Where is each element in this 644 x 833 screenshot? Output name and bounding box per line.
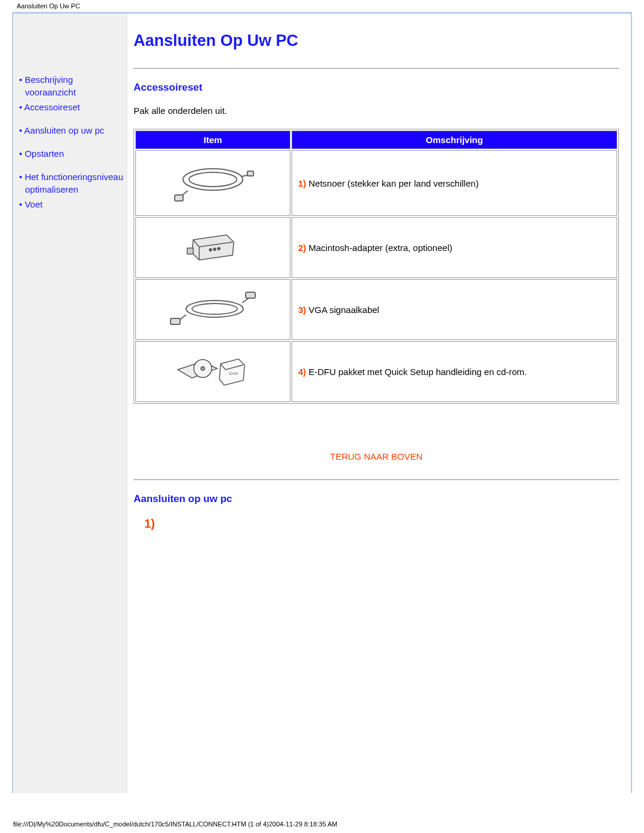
item-desc-cell: 1) Netsnoer (stekker kan per land versch… — [292, 150, 617, 216]
vga-cable-icon — [168, 291, 258, 327]
item-image-mac-adapter — [135, 217, 290, 278]
section-aansluiten-title: Aansluiten op uw pc — [134, 493, 619, 505]
window-header-title: Aansluiten Op Uw PC — [0, 0, 644, 12]
svg-rect-7 — [187, 248, 193, 254]
section-accessoireset-title: Accessoireset — [134, 82, 619, 94]
power-cord-icon — [171, 162, 255, 203]
sidebar-link-voet[interactable]: Voet — [24, 199, 42, 209]
sidebar-link-accessoireset[interactable]: Accessoireset — [24, 102, 80, 112]
intro-text: Pak alle onderdelen uit. — [134, 106, 619, 116]
row-desc: E-DFU pakket met Quick Setup handleiding… — [306, 367, 527, 377]
item-image-power-cord — [135, 150, 290, 216]
divider — [134, 479, 619, 480]
row-desc: Netsnoer (stekker kan per land verschill… — [306, 178, 478, 188]
svg-rect-10 — [171, 318, 180, 324]
svg-point-13 — [201, 367, 205, 370]
sidebar-list: Beschrijving vooraanzicht Accessoireset … — [13, 73, 128, 210]
back-to-top-link[interactable]: TERUG NAAR BOVEN — [330, 451, 422, 462]
sidebar: Beschrijving vooraanzicht Accessoireset … — [13, 14, 128, 793]
item-desc-cell: 4) E-DFU pakket met Quick Setup handleid… — [292, 341, 617, 402]
table-header-row: Item Omschrijving — [135, 131, 617, 149]
mac-adapter-icon — [186, 231, 240, 262]
back-to-top-wrap: TERUG NAAR BOVEN — [134, 451, 619, 462]
page-title: Aansluiten Op Uw PC — [134, 32, 619, 50]
table-row: 2) Macintosh-adapter (extra, optioneel) — [135, 217, 617, 278]
row-number: 1) — [298, 178, 306, 188]
page-frame: Beschrijving vooraanzicht Accessoireset … — [12, 12, 632, 793]
main-content: Aansluiten Op Uw PC Accessoireset Pak al… — [128, 14, 631, 793]
edfu-pack-icon: Quick — [174, 353, 252, 389]
svg-point-9 — [192, 304, 237, 314]
sidebar-link-aansluiten[interactable]: Aansluiten op uw pc — [24, 125, 104, 135]
svg-text:Quick: Quick — [229, 371, 239, 375]
svg-point-6 — [209, 249, 212, 251]
table-row: 1) Netsnoer (stekker kan per land versch… — [135, 150, 617, 216]
row-number: 3) — [298, 305, 306, 315]
svg-point-4 — [213, 248, 216, 250]
step-1-number: 1) — [144, 517, 619, 531]
item-desc-cell: 2) Macintosh-adapter (extra, optioneel) — [292, 217, 617, 278]
row-number: 2) — [298, 243, 306, 253]
row-desc: VGA signaalkabel — [306, 305, 379, 315]
svg-point-1 — [189, 172, 237, 187]
item-image-vga-cable — [135, 279, 290, 340]
accessories-table: Item Omschrijving — [134, 129, 619, 404]
divider — [134, 68, 619, 69]
sidebar-link-optimaliseren[interactable]: Het functioneringsniveau optimaliseren — [24, 172, 123, 194]
svg-rect-2 — [175, 195, 183, 201]
item-desc-cell: 3) VGA signaalkabel — [292, 279, 617, 340]
row-desc: Macintosh-adapter (extra, optioneel) — [306, 243, 452, 253]
svg-point-5 — [218, 247, 220, 250]
table-row: 3) VGA signaalkabel — [135, 279, 617, 340]
row-number: 4) — [298, 367, 306, 377]
col-header-desc: Omschrijving — [292, 131, 617, 149]
svg-rect-11 — [246, 292, 255, 298]
item-image-edfu-pack: Quick — [135, 341, 290, 402]
svg-rect-3 — [247, 171, 253, 176]
col-header-item: Item — [135, 131, 290, 149]
sidebar-link-opstarten[interactable]: Opstarten — [24, 148, 64, 159]
table-row: Quick 4) E-DFU pakket met Quick Setup ha… — [135, 341, 617, 402]
footer-file-path: file:///D|/My%20Documents/dfu/C_model/du… — [0, 793, 644, 831]
sidebar-link-beschrijving[interactable]: Beschrijving vooraanzicht — [24, 75, 76, 97]
